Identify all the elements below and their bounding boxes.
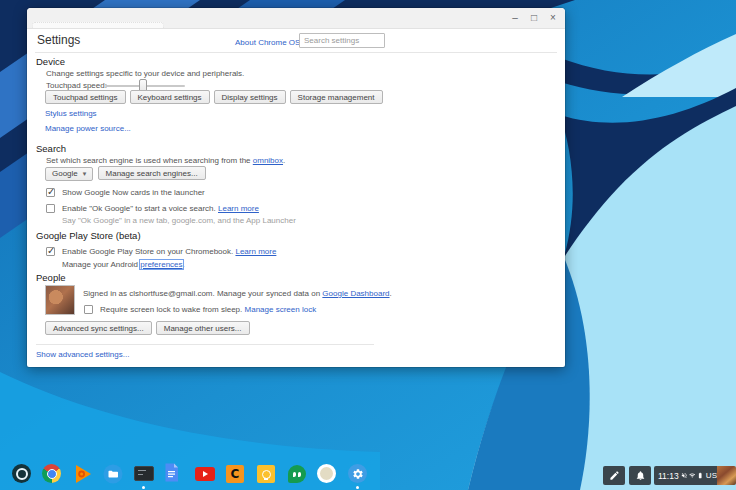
google-now-checkbox[interactable]: ✓: [46, 188, 55, 197]
stylus-settings-link[interactable]: Stylus settings: [45, 109, 97, 118]
app-launcher-icon[interactable]: [12, 464, 31, 483]
status-tray[interactable]: 11:13 US: [654, 466, 717, 485]
device-heading: Device: [36, 56, 65, 67]
battery-icon: [697, 471, 703, 480]
manage-android-text: Manage your Android: [62, 260, 140, 269]
terminal-line-icon: [138, 474, 143, 475]
search-heading: Search: [36, 143, 66, 154]
search-engine-select[interactable]: Google ▾: [45, 167, 93, 181]
play-music-icon[interactable]: [73, 464, 93, 484]
manage-screen-lock-link[interactable]: Manage screen lock: [245, 305, 317, 314]
hangouts-icon[interactable]: [288, 465, 306, 483]
keyboard-settings-button[interactable]: Keyboard settings: [130, 90, 210, 104]
play-triangle-icon: [73, 464, 93, 484]
play-store-checkbox[interactable]: ✓: [46, 247, 55, 256]
pen-icon: [609, 470, 620, 481]
search-description-text: Set which search engine is used when sea…: [46, 156, 253, 165]
omnibox-link[interactable]: omnibox: [253, 156, 283, 165]
settings-app-icon[interactable]: [348, 464, 367, 483]
advanced-sync-settings-button[interactable]: Advanced sync settings...: [45, 321, 152, 335]
keep-icon[interactable]: [257, 465, 275, 483]
display-settings-button[interactable]: Display settings: [214, 90, 286, 104]
launcher-ring-icon: [16, 468, 28, 480]
quote-icon: [298, 472, 301, 477]
search-description: Set which search engine is used when sea…: [46, 156, 285, 166]
settings-search-input[interactable]: [299, 33, 385, 48]
wifi-icon: [689, 471, 695, 480]
folder-icon: [103, 464, 123, 484]
terminal-line-icon: [138, 470, 146, 471]
chrome-center-icon: [47, 469, 57, 479]
signed-in-suffix: .: [390, 289, 392, 298]
ok-google-label-text: Enable "Ok Google" to start a voice sear…: [62, 204, 216, 213]
volume-muted-icon: [681, 471, 687, 480]
play-store-label-text: Enable Google Play Store on your Chromeb…: [62, 247, 233, 256]
storage-management-button[interactable]: Storage management: [290, 90, 383, 104]
window-titlebar[interactable]: – □ ×: [27, 8, 565, 29]
clock: 11:13: [658, 471, 679, 481]
screen-lock-checkbox[interactable]: [84, 305, 93, 314]
android-preferences-link[interactable]: preferences: [140, 260, 182, 269]
play-store-label: Enable Google Play Store on your Chromeb…: [62, 247, 276, 257]
youtube-icon[interactable]: [195, 467, 215, 481]
chrome-icon[interactable]: [42, 464, 61, 483]
settings-content: Settings About Chrome OS Device Change s…: [27, 28, 565, 367]
signed-in-line: Signed in as clshortfuse@gmail.com. Mana…: [83, 289, 392, 299]
device-description: Change settings specific to your device …: [46, 69, 244, 79]
gear-icon: [352, 468, 364, 480]
camera-app-icon[interactable]: [317, 464, 336, 483]
screen-lock-label: Require screen lock to wake from sleep.: [100, 305, 242, 314]
manage-android-line: Manage your Android preferences.: [62, 260, 185, 270]
ok-google-checkbox[interactable]: [46, 204, 55, 213]
tray-avatar[interactable]: [717, 466, 736, 485]
keyboard-layout-indicator: US: [706, 471, 717, 480]
crunchyroll-letter: C: [231, 467, 240, 481]
maximize-button[interactable]: □: [528, 11, 540, 25]
terminal-app-icon[interactable]: [134, 466, 154, 481]
files-app-icon[interactable]: [103, 464, 123, 484]
play-store-heading: Google Play Store (beta): [36, 230, 141, 241]
ok-google-learn-more-link[interactable]: Learn more: [218, 204, 259, 213]
search-description-suffix: .: [283, 156, 285, 165]
show-advanced-settings-link[interactable]: Show advanced settings...: [36, 350, 129, 359]
footer-divider: [36, 344, 374, 345]
close-button[interactable]: ×: [547, 11, 559, 25]
running-indicator: [142, 486, 145, 489]
lightbulb-icon: [262, 470, 271, 479]
manage-other-users-button[interactable]: Manage other users...: [156, 321, 250, 335]
ok-google-note: Say "Ok Google" in a new tab, google.com…: [62, 216, 296, 225]
about-chrome-os-link[interactable]: About Chrome OS: [235, 38, 300, 47]
bell-icon: [635, 470, 646, 481]
chevron-down-icon: ▾: [83, 170, 87, 178]
google-now-label: Show Google Now cards in the launcher: [62, 188, 205, 198]
notifications-button[interactable]: [629, 466, 651, 485]
page-title: Settings: [37, 33, 80, 47]
search-engine-value: Google: [52, 169, 78, 178]
people-heading: People: [36, 272, 66, 283]
check-icon: ✓: [47, 245, 55, 256]
running-indicator: [356, 486, 359, 489]
stylus-tools-button[interactable]: [603, 466, 625, 485]
manage-power-source-link[interactable]: Manage power source...: [45, 124, 131, 133]
header-divider: [35, 52, 557, 53]
touchpad-settings-button[interactable]: Touchpad settings: [45, 90, 126, 104]
document-icon: [164, 463, 179, 482]
play-icon: [203, 471, 208, 477]
docs-app-icon[interactable]: [164, 463, 179, 482]
manage-search-engines-button[interactable]: Manage search engines...: [98, 166, 206, 180]
settings-window: – □ × Settings About Chrome OS Device Ch…: [27, 8, 565, 367]
crunchyroll-icon[interactable]: C: [226, 465, 244, 483]
quote-icon: [293, 472, 296, 477]
check-icon: ✓: [47, 186, 55, 197]
play-store-learn-more-link[interactable]: Learn more: [235, 247, 276, 256]
ok-google-label: Enable "Ok Google" to start a voice sear…: [62, 204, 259, 214]
signed-in-text: Signed in as clshortfuse@gmail.com. Mana…: [83, 289, 322, 298]
manage-android-suffix: .: [183, 260, 185, 269]
google-dashboard-link[interactable]: Google Dashboard: [322, 289, 389, 298]
minimize-button[interactable]: –: [509, 11, 521, 25]
profile-picture: [45, 285, 75, 315]
screen-lock-line: Require screen lock to wake from sleep. …: [100, 305, 316, 315]
